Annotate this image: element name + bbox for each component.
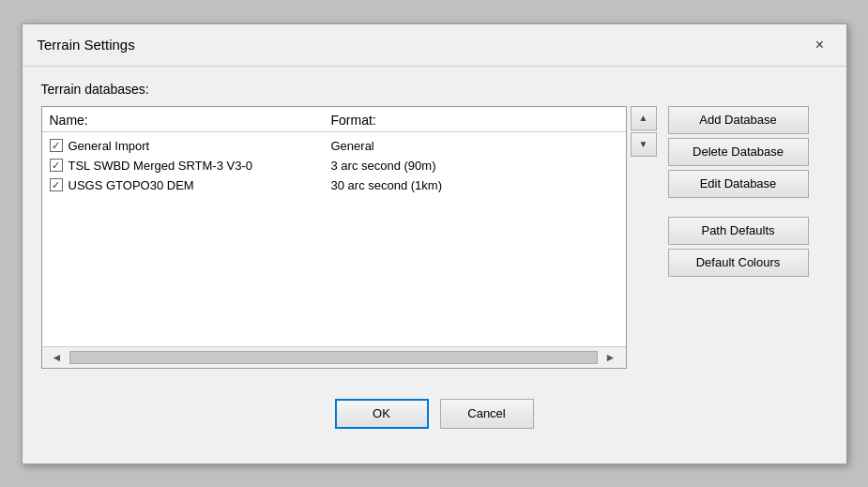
row-name-cell: ✓ USGS GTOPO30 DEM bbox=[50, 178, 331, 192]
move-up-button[interactable]: ▲ bbox=[631, 106, 657, 130]
table-body: ✓ General Import General ✓ bbox=[42, 132, 626, 346]
row-format-cell: 30 arc second (1km) bbox=[331, 178, 618, 192]
path-defaults-button[interactable]: Path Defaults bbox=[668, 217, 809, 245]
dialog-footer: OK Cancel bbox=[23, 384, 846, 448]
row-name-text: TSL SWBD Merged SRTM-3 V3-0 bbox=[69, 159, 253, 173]
table-row[interactable]: ✓ General Import General bbox=[42, 136, 626, 156]
dialog-title: Terrain Settings bbox=[38, 37, 135, 53]
database-table: Name: Format: ✓ General Import bbox=[41, 106, 627, 369]
delete-database-button[interactable]: Delete Database bbox=[668, 138, 809, 166]
row-name-cell: ✓ General Import bbox=[50, 139, 331, 153]
checkbox-tsl[interactable]: ✓ bbox=[50, 159, 63, 172]
table-row[interactable]: ✓ TSL SWBD Merged SRTM-3 V3-0 3 arc seco… bbox=[42, 156, 626, 175]
default-colours-button[interactable]: Default Colours bbox=[668, 249, 809, 277]
dialog-body: Terrain databases: Name: Format: bbox=[23, 67, 846, 384]
scroll-track[interactable] bbox=[69, 351, 597, 364]
row-name-cell: ✓ TSL SWBD Merged SRTM-3 V3-0 bbox=[50, 159, 331, 173]
row-format-cell: General bbox=[331, 139, 618, 153]
col-format-header: Format: bbox=[331, 113, 618, 128]
table-row[interactable]: ✓ USGS GTOPO30 DEM 30 arc second (1km) bbox=[42, 175, 626, 195]
terrain-settings-dialog: Terrain Settings × Terrain databases: Na… bbox=[22, 23, 847, 464]
ok-button[interactable]: OK bbox=[335, 399, 429, 429]
add-database-button[interactable]: Add Database bbox=[668, 106, 809, 134]
right-controls: Add Database Delete Database Edit Databa… bbox=[668, 106, 828, 369]
row-format-cell: 3 arc second (90m) bbox=[331, 159, 618, 173]
horizontal-scrollbar: ◄ ► bbox=[42, 346, 626, 368]
move-down-button[interactable]: ▼ bbox=[631, 132, 657, 157]
scroll-left-arrow[interactable]: ◄ bbox=[48, 351, 67, 364]
scroll-right-arrow[interactable]: ► bbox=[602, 351, 620, 364]
row-name-text: General Import bbox=[69, 139, 150, 153]
title-bar: Terrain Settings × bbox=[23, 24, 846, 67]
col-name-header: Name: bbox=[50, 113, 331, 128]
table-header: Name: Format: bbox=[42, 107, 626, 132]
cancel-button[interactable]: Cancel bbox=[440, 399, 534, 429]
close-button[interactable]: × bbox=[809, 34, 831, 56]
section-label: Terrain databases: bbox=[41, 82, 828, 97]
checkbox-general-import[interactable]: ✓ bbox=[50, 139, 63, 152]
reorder-arrows: ▲ ▼ bbox=[631, 106, 657, 369]
row-name-text: USGS GTOPO30 DEM bbox=[69, 178, 194, 192]
edit-database-button[interactable]: Edit Database bbox=[668, 170, 809, 198]
main-area: Name: Format: ✓ General Import bbox=[41, 106, 828, 369]
spacer bbox=[668, 202, 828, 217]
checkbox-usgs[interactable]: ✓ bbox=[50, 178, 63, 191]
